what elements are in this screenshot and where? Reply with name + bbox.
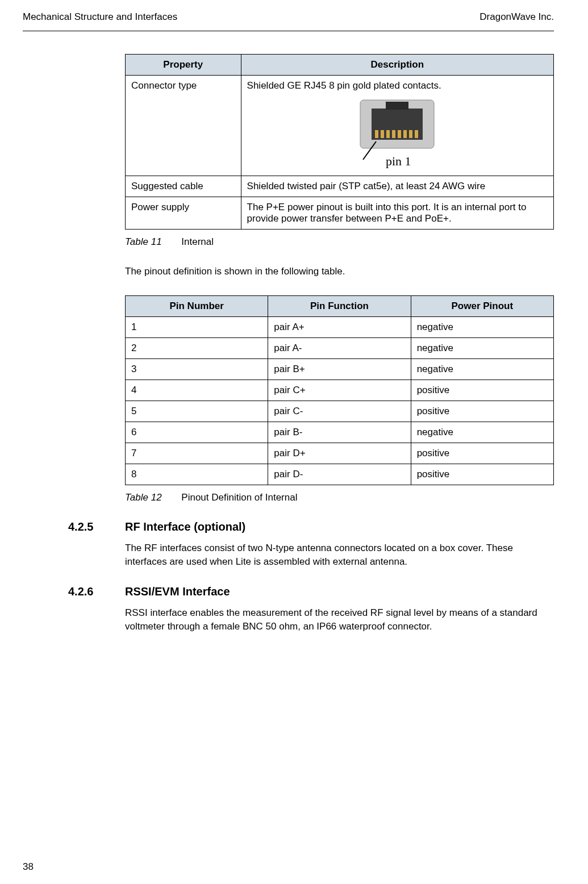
table-caption-name: Internal [181,236,214,247]
table-12-caption: Table 12 Pinout Definition of Internal [125,492,554,503]
table-row: 1pair A+negative [126,316,554,337]
page-number: 38 [23,861,34,873]
cell-property: Suggested cable [126,176,241,197]
cell-property: Power supply [126,197,241,230]
table-caption-name: Pinout Definition of Internal [181,492,297,503]
cell-pin-number: 3 [126,358,268,380]
cell-pin-function: pair B+ [268,358,411,380]
cell-power-pinout: negative [411,358,553,380]
svg-rect-7 [398,130,401,138]
intro-paragraph: The pinout definition is shown in the fo… [125,265,554,278]
svg-rect-3 [375,130,378,138]
table-row: 3pair B+negative [126,358,554,380]
table-12: Pin Number Pin Function Power Pinout 1pa… [125,295,554,485]
cell-pin-function: pair C- [268,401,411,422]
cell-pin-number: 4 [126,380,268,401]
cell-description-text: Shielded GE RJ45 8 pin gold plated conta… [247,80,441,91]
cell-power-pinout: positive [411,380,553,401]
table-header-pin-number: Pin Number [126,295,268,316]
table-row: 6pair B-negative [126,422,554,443]
cell-description: Shielded twisted pair (STP cat5e), at le… [241,176,553,197]
section-title: RSSI/EVM Interface [125,585,230,598]
cell-property: Connector type [126,76,241,176]
section-body: The RF interfaces consist of two N-type … [125,541,554,569]
table-header-property: Property [126,55,241,76]
cell-power-pinout: positive [411,401,553,422]
section-title: RF Interface (optional) [125,520,245,533]
svg-rect-9 [409,130,412,138]
table-row: 7pair D+positive [126,443,554,464]
table-11: Property Description Connector type Shie… [125,54,554,230]
svg-rect-10 [415,130,418,138]
cell-pin-function: pair D- [268,464,411,485]
table-row: 2pair A-negative [126,337,554,358]
cell-description: The P+E power pinout is built into this … [241,197,553,230]
table-row: Suggested cable Shielded twisted pair (S… [126,176,554,197]
svg-text:pin 1: pin 1 [386,154,411,168]
page-header: Mechanical Structure and Interfaces Drag… [23,11,554,31]
cell-pin-number: 6 [126,422,268,443]
section-body: RSSI interface enables the measurement o… [125,606,554,633]
cell-pin-function: pair A+ [268,316,411,337]
table-header-description: Description [241,55,553,76]
cell-power-pinout: negative [411,316,553,337]
table-header-pin-function: Pin Function [268,295,411,316]
cell-pin-number: 5 [126,401,268,422]
header-right: DragonWave Inc. [479,11,554,23]
table-row: 5pair C-positive [126,401,554,422]
svg-rect-8 [403,130,407,138]
svg-rect-4 [381,130,384,138]
section-number: 4.2.5 [68,520,125,533]
svg-rect-5 [386,130,390,138]
cell-pin-number: 7 [126,443,268,464]
svg-rect-2 [386,102,408,110]
section-heading-425: 4.2.5 RF Interface (optional) [68,520,554,533]
cell-power-pinout: positive [411,464,553,485]
section-heading-426: 4.2.6 RSSI/EVM Interface [68,585,554,598]
table-caption-label: Table 12 [125,492,162,503]
cell-pin-function: pair D+ [268,443,411,464]
main-content: Property Description Connector type Shie… [125,54,554,633]
table-row: Connector type Shielded GE RJ45 8 pin go… [126,76,554,176]
table-row: 4pair C+positive [126,380,554,401]
table-row: 8pair D-positive [126,464,554,485]
table-11-caption: Table 11 Internal [125,236,554,248]
cell-pin-function: pair B- [268,422,411,443]
cell-pin-number: 8 [126,464,268,485]
table-row: Power supply The P+E power pinout is bui… [126,197,554,230]
cell-power-pinout: negative [411,337,553,358]
cell-power-pinout: positive [411,443,553,464]
table-caption-label: Table 11 [125,236,162,247]
cell-pin-number: 1 [126,316,268,337]
cell-description: Shielded GE RJ45 8 pin gold plated conta… [241,76,553,176]
cell-power-pinout: negative [411,422,553,443]
section-number: 4.2.6 [68,585,125,598]
cell-pin-function: pair C+ [268,380,411,401]
table-header-power-pinout: Power Pinout [411,295,553,316]
svg-rect-6 [392,130,395,138]
cell-pin-number: 2 [126,337,268,358]
cell-pin-function: pair A- [268,337,411,358]
header-left: Mechanical Structure and Interfaces [23,11,177,23]
rj45-connector-icon: pin 1 [355,97,440,171]
